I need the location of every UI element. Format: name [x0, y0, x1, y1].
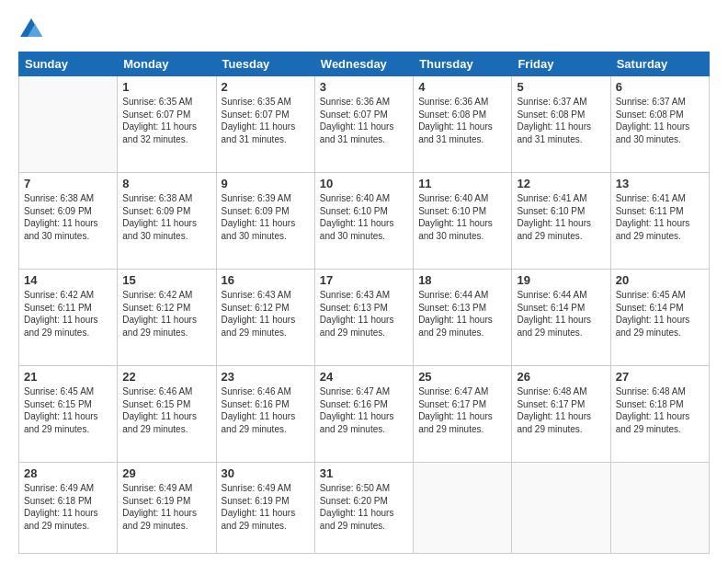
weekday-header-thursday: Thursday	[414, 52, 512, 76]
day-info: Sunrise: 6:42 AMSunset: 6:11 PMDaylight:…	[24, 289, 112, 339]
day-info: Sunrise: 6:37 AMSunset: 6:08 PMDaylight:…	[616, 96, 704, 145]
day-number: 1	[122, 80, 210, 94]
day-number: 15	[122, 273, 210, 287]
day-info: Sunrise: 6:38 AMSunset: 6:09 PMDaylight:…	[122, 192, 210, 242]
day-number: 11	[418, 177, 506, 190]
day-info: Sunrise: 6:36 AMSunset: 6:08 PMDaylight:…	[418, 96, 506, 145]
day-info: Sunrise: 6:43 AMSunset: 6:12 PMDaylight:…	[222, 289, 310, 339]
calendar-cell: 12Sunrise: 6:41 AMSunset: 6:10 PMDayligh…	[512, 173, 610, 270]
logo-icon	[18, 17, 44, 42]
day-number: 30	[222, 466, 310, 480]
day-info: Sunrise: 6:45 AMSunset: 6:15 PMDaylight:…	[24, 385, 112, 435]
calendar-cell	[610, 463, 709, 554]
day-number: 28	[24, 466, 112, 480]
day-number: 29	[122, 466, 210, 480]
logo	[18, 17, 48, 42]
calendar-cell: 26Sunrise: 6:48 AMSunset: 6:17 PMDayligh…	[512, 366, 610, 463]
day-info: Sunrise: 6:46 AMSunset: 6:16 PMDaylight:…	[222, 385, 310, 435]
day-info: Sunrise: 6:40 AMSunset: 6:10 PMDaylight:…	[418, 192, 506, 242]
day-info: Sunrise: 6:41 AMSunset: 6:11 PMDaylight:…	[616, 192, 704, 242]
calendar-cell: 17Sunrise: 6:43 AMSunset: 6:13 PMDayligh…	[314, 270, 413, 366]
calendar-cell: 28Sunrise: 6:49 AMSunset: 6:18 PMDayligh…	[19, 463, 118, 554]
weekday-header-friday: Friday	[512, 52, 610, 76]
day-number: 24	[320, 370, 408, 384]
calendar-cell: 27Sunrise: 6:48 AMSunset: 6:18 PMDayligh…	[610, 366, 709, 463]
day-number: 6	[616, 80, 704, 94]
calendar-cell: 2Sunrise: 6:35 AMSunset: 6:07 PMDaylight…	[216, 76, 314, 173]
calendar-cell: 13Sunrise: 6:41 AMSunset: 6:11 PMDayligh…	[610, 173, 709, 270]
day-info: Sunrise: 6:38 AMSunset: 6:09 PMDaylight:…	[24, 192, 112, 242]
calendar-cell: 23Sunrise: 6:46 AMSunset: 6:16 PMDayligh…	[216, 366, 314, 463]
calendar-cell: 29Sunrise: 6:49 AMSunset: 6:19 PMDayligh…	[118, 463, 216, 554]
day-number: 22	[122, 370, 210, 384]
day-number: 10	[320, 177, 408, 190]
day-info: Sunrise: 6:39 AMSunset: 6:09 PMDaylight:…	[222, 192, 310, 242]
day-number: 20	[616, 273, 704, 287]
day-number: 23	[222, 370, 310, 384]
day-info: Sunrise: 6:44 AMSunset: 6:13 PMDaylight:…	[418, 289, 506, 339]
weekday-header-wednesday: Wednesday	[314, 52, 413, 76]
week-row-3: 14Sunrise: 6:42 AMSunset: 6:11 PMDayligh…	[19, 270, 710, 366]
page: SundayMondayTuesdayWednesdayThursdayFrid…	[0, 0, 728, 563]
day-info: Sunrise: 6:42 AMSunset: 6:12 PMDaylight:…	[122, 289, 210, 339]
calendar-cell: 25Sunrise: 6:47 AMSunset: 6:17 PMDayligh…	[414, 366, 512, 463]
calendar-cell: 4Sunrise: 6:36 AMSunset: 6:08 PMDaylight…	[414, 76, 512, 173]
week-row-5: 28Sunrise: 6:49 AMSunset: 6:18 PMDayligh…	[19, 463, 710, 554]
header	[18, 17, 710, 42]
calendar: SundayMondayTuesdayWednesdayThursdayFrid…	[18, 52, 710, 554]
day-number: 7	[24, 177, 112, 190]
day-number: 25	[418, 370, 506, 384]
calendar-cell: 30Sunrise: 6:49 AMSunset: 6:19 PMDayligh…	[216, 463, 314, 554]
day-info: Sunrise: 6:50 AMSunset: 6:20 PMDaylight:…	[320, 482, 408, 532]
day-info: Sunrise: 6:49 AMSunset: 6:19 PMDaylight:…	[222, 482, 310, 532]
day-number: 8	[122, 177, 210, 190]
day-info: Sunrise: 6:41 AMSunset: 6:10 PMDaylight:…	[517, 192, 605, 242]
weekday-header-tuesday: Tuesday	[216, 52, 314, 76]
day-number: 31	[320, 466, 408, 480]
day-number: 3	[320, 80, 408, 94]
weekday-header-saturday: Saturday	[610, 52, 709, 76]
day-number: 21	[24, 370, 112, 384]
calendar-cell	[414, 463, 512, 554]
day-info: Sunrise: 6:43 AMSunset: 6:13 PMDaylight:…	[320, 289, 408, 339]
day-number: 18	[418, 273, 506, 287]
weekday-header-sunday: Sunday	[19, 52, 118, 76]
calendar-cell: 7Sunrise: 6:38 AMSunset: 6:09 PMDaylight…	[19, 173, 118, 270]
day-info: Sunrise: 6:35 AMSunset: 6:07 PMDaylight:…	[122, 96, 210, 145]
day-number: 19	[517, 273, 605, 287]
calendar-cell: 15Sunrise: 6:42 AMSunset: 6:12 PMDayligh…	[118, 270, 216, 366]
day-number: 5	[517, 80, 605, 94]
calendar-cell: 6Sunrise: 6:37 AMSunset: 6:08 PMDaylight…	[610, 76, 709, 173]
day-number: 17	[320, 273, 408, 287]
day-info: Sunrise: 6:47 AMSunset: 6:17 PMDaylight:…	[418, 385, 506, 435]
day-info: Sunrise: 6:46 AMSunset: 6:15 PMDaylight:…	[122, 385, 210, 435]
day-number: 27	[616, 370, 704, 384]
day-info: Sunrise: 6:48 AMSunset: 6:17 PMDaylight:…	[517, 385, 605, 435]
day-info: Sunrise: 6:49 AMSunset: 6:19 PMDaylight:…	[122, 482, 210, 532]
calendar-cell: 5Sunrise: 6:37 AMSunset: 6:08 PMDaylight…	[512, 76, 610, 173]
day-info: Sunrise: 6:47 AMSunset: 6:16 PMDaylight:…	[320, 385, 408, 435]
calendar-cell: 20Sunrise: 6:45 AMSunset: 6:14 PMDayligh…	[610, 270, 709, 366]
weekday-header-row: SundayMondayTuesdayWednesdayThursdayFrid…	[19, 52, 710, 76]
day-number: 9	[222, 177, 310, 190]
weekday-header-monday: Monday	[118, 52, 216, 76]
day-number: 2	[222, 80, 310, 94]
day-info: Sunrise: 6:49 AMSunset: 6:18 PMDaylight:…	[24, 482, 112, 532]
calendar-cell: 22Sunrise: 6:46 AMSunset: 6:15 PMDayligh…	[118, 366, 216, 463]
calendar-cell: 10Sunrise: 6:40 AMSunset: 6:10 PMDayligh…	[314, 173, 413, 270]
calendar-cell	[512, 463, 610, 554]
calendar-cell: 19Sunrise: 6:44 AMSunset: 6:14 PMDayligh…	[512, 270, 610, 366]
calendar-cell: 14Sunrise: 6:42 AMSunset: 6:11 PMDayligh…	[19, 270, 118, 366]
day-info: Sunrise: 6:48 AMSunset: 6:18 PMDaylight:…	[616, 385, 704, 435]
calendar-cell: 24Sunrise: 6:47 AMSunset: 6:16 PMDayligh…	[314, 366, 413, 463]
day-info: Sunrise: 6:36 AMSunset: 6:07 PMDaylight:…	[320, 96, 408, 145]
week-row-1: 1Sunrise: 6:35 AMSunset: 6:07 PMDaylight…	[19, 76, 710, 173]
day-number: 12	[517, 177, 605, 190]
calendar-cell	[19, 76, 118, 173]
calendar-cell: 18Sunrise: 6:44 AMSunset: 6:13 PMDayligh…	[414, 270, 512, 366]
day-info: Sunrise: 6:35 AMSunset: 6:07 PMDaylight:…	[222, 96, 310, 145]
day-info: Sunrise: 6:45 AMSunset: 6:14 PMDaylight:…	[616, 289, 704, 339]
calendar-cell: 11Sunrise: 6:40 AMSunset: 6:10 PMDayligh…	[414, 173, 512, 270]
calendar-cell: 9Sunrise: 6:39 AMSunset: 6:09 PMDaylight…	[216, 173, 314, 270]
day-info: Sunrise: 6:44 AMSunset: 6:14 PMDaylight:…	[517, 289, 605, 339]
